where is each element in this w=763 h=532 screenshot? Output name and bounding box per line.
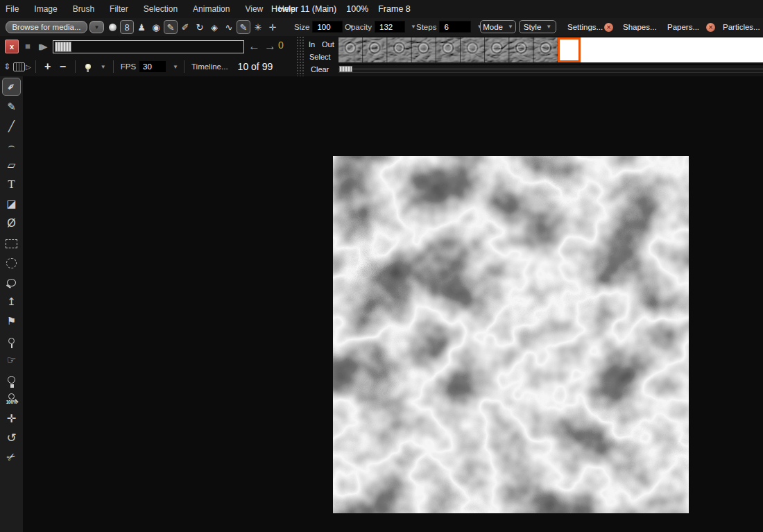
current-frame-marker[interactable] <box>558 37 581 62</box>
shapes-button[interactable]: Shapes... <box>623 18 657 36</box>
pencil-icon[interactable]: ✐ <box>178 20 192 34</box>
steps-input[interactable]: 6 <box>439 21 471 33</box>
pin-up-icon: ↥ <box>7 295 16 308</box>
fps-input[interactable]: 30 <box>139 61 166 72</box>
panel-grip[interactable] <box>296 36 305 76</box>
pin-up-tool[interactable]: ↥ <box>0 293 23 311</box>
frame-updown-icon[interactable]: ⇕ <box>3 62 10 71</box>
divider <box>35 60 36 73</box>
draw-mode-icon[interactable]: ✎ <box>164 20 178 34</box>
filmstrip-play-icon[interactable]: ▷ <box>26 63 31 71</box>
lasso-select-tool[interactable] <box>0 273 23 291</box>
refresh-icon[interactable]: ↻ <box>193 20 207 34</box>
zoom-tool[interactable] <box>0 370 23 388</box>
remove-frame-button[interactable]: – <box>55 60 71 73</box>
ellipse-select-tool[interactable] <box>0 254 23 272</box>
filmstrip-scrollbar-thumb[interactable] <box>339 66 352 72</box>
cut-tool[interactable]: ✂ <box>0 448 23 466</box>
browse-media-button[interactable]: Browse for media... <box>6 21 87 33</box>
eye-icon[interactable]: ◉ <box>149 20 163 34</box>
papers-button[interactable]: Papers... <box>667 18 699 36</box>
dashed-circle-icon <box>6 258 17 268</box>
style-button-label: Style <box>524 23 542 31</box>
menu-file[interactable]: File <box>0 0 26 18</box>
lasso-icon <box>7 279 16 286</box>
notes-icon[interactable]: ✎ <box>237 20 250 34</box>
gradient-rect-icon: ◪ <box>6 198 16 210</box>
line-icon: ╱ <box>8 120 15 132</box>
flag-tool[interactable]: ⚑ <box>0 312 23 330</box>
particles-button[interactable]: Particles... <box>723 18 760 36</box>
add-frame-button[interactable]: + <box>40 60 55 73</box>
ellipse-draw-tool[interactable]: Ø <box>0 214 23 232</box>
align-crosshair-icon[interactable]: ✛ <box>266 20 280 34</box>
next-frame-button[interactable]: → <box>264 40 276 53</box>
window-title: Howler 11 (Main) 100% Frame 8 <box>271 0 411 18</box>
pen-pressure-icon[interactable]: 8 <box>120 20 134 34</box>
stamp-icon[interactable]: ♟ <box>135 20 148 34</box>
fill-bucket-tool[interactable]: ▱ <box>0 156 23 174</box>
play-button[interactable]: ▮▶ <box>38 42 47 51</box>
size-input[interactable]: 100 <box>312 21 343 33</box>
gradient-rect-tool[interactable]: ◪ <box>0 195 23 213</box>
soft-dot-shape <box>109 24 117 31</box>
line-tool[interactable]: ╱ <box>0 117 23 135</box>
menu-filter[interactable]: Filter <box>102 0 136 18</box>
filmstrip-icon[interactable] <box>13 62 25 71</box>
settings-button[interactable]: Settings... <box>567 18 603 36</box>
timeline-button[interactable]: Timeline... <box>191 62 228 71</box>
close-timeline-button[interactable]: x <box>5 40 19 53</box>
flag-icon: ⚑ <box>7 315 16 327</box>
stop-button[interactable]: ■ <box>25 41 31 51</box>
slashed-circle-icon: Ø <box>7 217 15 230</box>
filmstrip-scrollbar[interactable] <box>338 65 763 73</box>
document-canvas[interactable] <box>333 156 689 513</box>
undo-rotate-tool[interactable]: ↺ <box>0 429 23 447</box>
paint-tool[interactable]: ✒ <box>2 78 21 96</box>
menu-image[interactable]: Image <box>26 0 65 18</box>
frame-seek-slider[interactable] <box>53 40 244 53</box>
browse-media-dropdown[interactable]: ▼ <box>89 21 104 33</box>
mode-button[interactable]: Mode ▼ <box>480 20 516 33</box>
brush-curve-tool[interactable]: ✎ <box>0 98 23 116</box>
gradient-diamond-icon[interactable]: ◈ <box>207 20 221 34</box>
brush-icon-row: 8 ♟ ◉ ✎ ✐ ↻ ◈ ∿ ✎ ✳ ✛ <box>105 20 280 34</box>
papers-badge-icon[interactable]: ✕ <box>706 23 715 32</box>
zoom-level: 100% <box>346 4 368 14</box>
canvas-area[interactable] <box>23 76 763 532</box>
timeline-controls-row: ⇕ ▷ + – ▼ FPS 30 ▼ Timeline... 10 of 99 <box>0 57 297 76</box>
round-pin-tool[interactable] <box>0 332 23 350</box>
style-button[interactable]: Style ▼ <box>519 20 556 33</box>
bulb-dropdown-icon[interactable]: ▼ <box>98 64 106 70</box>
pan-cross-icon: ✛ <box>7 412 16 425</box>
zoom-100-tool[interactable]: 100% <box>0 390 23 408</box>
curve-tool[interactable]: ⌢ <box>0 137 23 155</box>
seek-slider-thumb[interactable] <box>55 42 71 52</box>
menu-brush[interactable]: Brush <box>65 0 102 18</box>
timeline-filmstrip[interactable] <box>338 37 763 62</box>
prev-frame-button[interactable]: ← <box>248 40 260 53</box>
pen-nib-icon: ✒ <box>4 79 19 94</box>
menu-view[interactable]: View <box>237 0 271 18</box>
clear-button[interactable]: Clear <box>311 65 329 74</box>
opacity-input[interactable]: 132 <box>375 21 405 33</box>
menu-animation[interactable]: Animation <box>185 0 237 18</box>
hand-point-tool[interactable]: ☞ <box>0 351 23 369</box>
fps-dropdown-icon[interactable]: ▼ <box>170 64 178 70</box>
select-button[interactable]: Select <box>309 53 331 61</box>
opacity-dropdown-icon[interactable]: ▼ <box>408 24 416 30</box>
filmstrip-thumbnails[interactable] <box>338 37 558 62</box>
menu-selection[interactable]: Selection <box>136 0 185 18</box>
out-button[interactable]: Out <box>322 40 334 49</box>
magnifier-small-icon <box>8 393 15 400</box>
text-tool[interactable]: T <box>0 175 23 194</box>
asterisk-icon[interactable]: ✳ <box>251 20 265 34</box>
scribble-icon[interactable]: ∿ <box>222 20 236 34</box>
settings-badge-icon[interactable]: ✕ <box>604 23 613 32</box>
frame-status: 10 of 99 <box>238 61 273 72</box>
light-bulb-icon[interactable] <box>85 64 91 69</box>
rect-select-tool[interactable] <box>0 234 23 252</box>
pan-tool[interactable]: ✛ <box>0 409 23 427</box>
airbrush-dot-icon[interactable] <box>105 20 119 34</box>
in-button[interactable]: In <box>309 40 315 49</box>
